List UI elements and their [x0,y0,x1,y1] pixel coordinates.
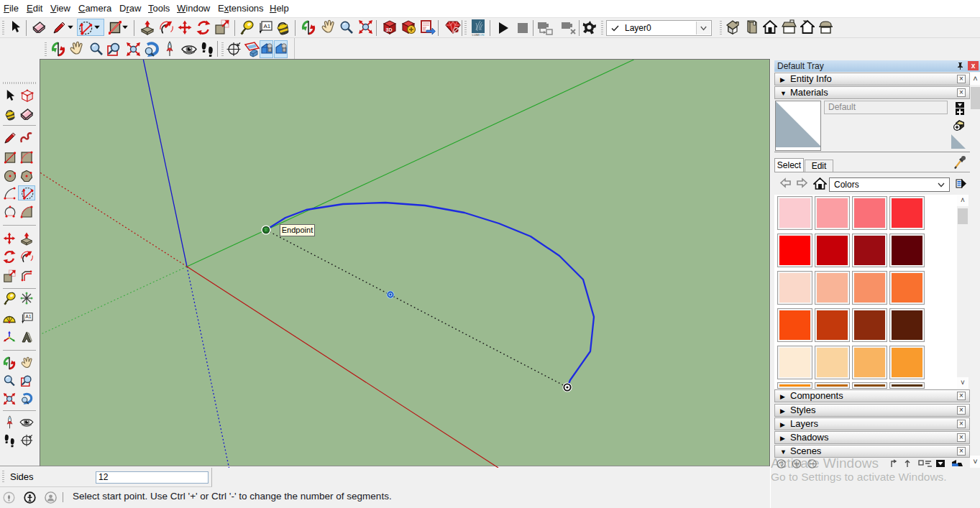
svg-text:A1: A1 [25,314,32,319]
svg-text:3D: 3D [386,27,393,32]
svg-text:A1: A1 [264,23,271,29]
svg-text:LUMI: LUMI [472,33,480,37]
svg-text:ON: ON [480,33,484,37]
